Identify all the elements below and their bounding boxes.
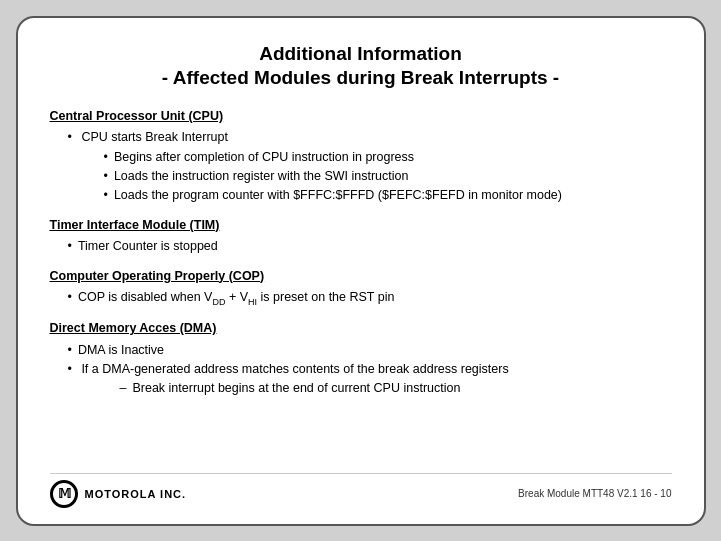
- slide-title: Additional Information - Affected Module…: [50, 42, 672, 91]
- cpu-list: CPU starts Break Interrupt Begins after …: [68, 128, 672, 206]
- list-item: If a DMA-generated address matches conte…: [68, 360, 672, 399]
- motorola-logo: 𝕄 MOTOROLA INC.: [50, 480, 187, 508]
- dma-sublist: Break interrupt begins at the end of cur…: [120, 379, 672, 398]
- list-item: COP is disabled when VDD + VHI is preset…: [68, 288, 672, 309]
- motorola-circle-icon: 𝕄: [50, 480, 78, 508]
- list-item: Loads the instruction register with the …: [104, 167, 672, 186]
- section-heading-tim: Timer Interface Module (TIM): [50, 216, 672, 235]
- slide-footer: 𝕄 MOTOROLA INC. Break Module MTT48 V2.1 …: [50, 473, 672, 508]
- section-heading-cpu: Central Processor Unit (CPU): [50, 107, 672, 126]
- list-item: CPU starts Break Interrupt Begins after …: [68, 128, 672, 206]
- cpu-sublist: Begins after completion of CPU instructi…: [104, 148, 672, 206]
- list-item: Begins after completion of CPU instructi…: [104, 148, 672, 167]
- page-info: Break Module MTT48 V2.1 16 - 10: [518, 488, 671, 499]
- list-item: Break interrupt begins at the end of cur…: [120, 379, 672, 398]
- slide-content: Central Processor Unit (CPU) CPU starts …: [50, 107, 672, 463]
- list-item: Loads the program counter with $FFFC:$FF…: [104, 186, 672, 205]
- tim-list: Timer Counter is stopped: [68, 237, 672, 256]
- section-heading-dma: Direct Memory Acces (DMA): [50, 319, 672, 338]
- list-item: DMA is Inactive: [68, 341, 672, 360]
- dma-list: DMA is Inactive If a DMA-generated addre…: [68, 341, 672, 399]
- motorola-label: MOTOROLA INC.: [85, 488, 187, 500]
- slide: Additional Information - Affected Module…: [16, 16, 706, 526]
- cop-list: COP is disabled when VDD + VHI is preset…: [68, 288, 672, 309]
- section-heading-cop: Computer Operating Properly (COP): [50, 267, 672, 286]
- list-item: Timer Counter is stopped: [68, 237, 672, 256]
